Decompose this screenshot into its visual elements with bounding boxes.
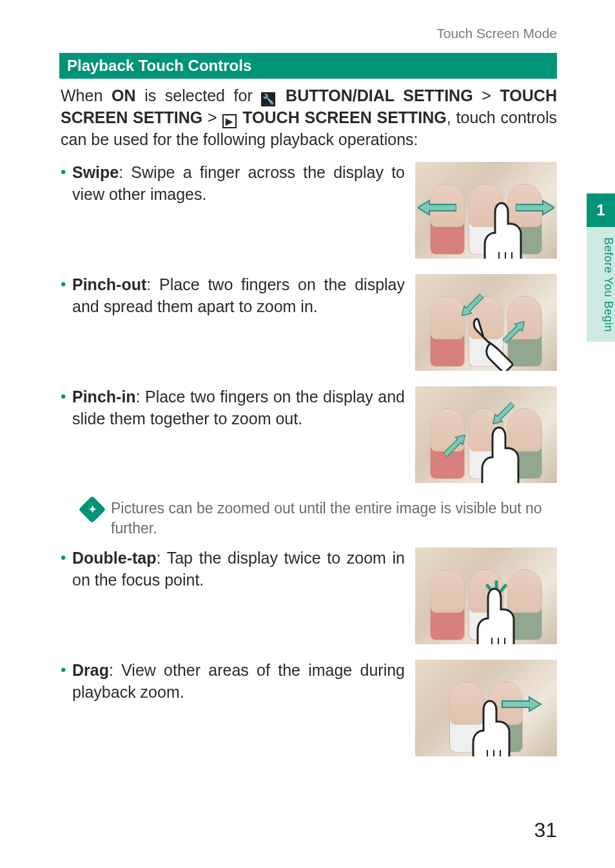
list-item: Pinch-out: Place two fingers on the disp… xyxy=(61,274,557,371)
wrench-icon: 🔧 xyxy=(261,92,275,106)
text: is selected for xyxy=(144,86,261,104)
swipe-illustration xyxy=(415,162,557,259)
chapter-tab: 1 Before You Begin xyxy=(587,193,615,342)
pinch-out-illustration xyxy=(415,274,557,371)
finger-icon xyxy=(469,584,520,644)
page-number: 31 xyxy=(534,818,557,842)
manual-page: Touch Screen Mode Playback Touch Control… xyxy=(0,0,615,868)
finger-icon xyxy=(476,198,527,259)
item-text: Swipe: Swipe a finger across the display… xyxy=(61,162,405,206)
term: Swipe xyxy=(72,163,119,181)
bullet-list: Swipe: Swipe a finger across the display… xyxy=(61,162,557,483)
double-tap-illustration xyxy=(415,547,557,644)
note-text: Pictures can be zoomed out until the ent… xyxy=(111,498,557,538)
term: Pinch-in xyxy=(72,388,136,406)
text: When xyxy=(61,86,112,104)
item-text: Double-tap: Tap the display twice to zoo… xyxy=(61,547,405,591)
section-heading: Playback Touch Controls xyxy=(59,53,557,79)
finger-icon xyxy=(464,696,516,756)
chapter-number: 1 xyxy=(587,193,615,227)
item-text: Pinch-out: Place two fingers on the disp… xyxy=(61,274,405,318)
menu-path: TOUCH SCREEN SETTING xyxy=(242,108,447,126)
desc: : View other areas of the image during p… xyxy=(72,661,405,701)
list-item: Pinch-in: Place two fingers on the displ… xyxy=(61,386,557,483)
intro-paragraph: When ON is selected for 🔧 BUTTON/DIAL SE… xyxy=(61,85,557,150)
desc: : Swipe a finger across the display to v… xyxy=(72,163,405,203)
menu-path: BUTTON/DIAL SETTING xyxy=(286,86,473,104)
pinch-in-illustration xyxy=(415,386,557,483)
item-text: Drag: View other areas of the image duri… xyxy=(61,660,405,704)
breadcrumb-separator: > xyxy=(208,108,222,126)
term: Drag xyxy=(72,661,109,679)
note-diamond-icon: ✦ xyxy=(79,496,106,523)
finger-icon xyxy=(473,422,525,483)
list-item: Swipe: Swipe a finger across the display… xyxy=(61,162,557,259)
breadcrumb-separator: > xyxy=(482,86,500,104)
term: Double-tap xyxy=(72,549,157,567)
finger-icon xyxy=(462,310,513,371)
on-value: ON xyxy=(112,86,136,104)
list-item: Double-tap: Tap the display twice to zoo… xyxy=(61,547,557,644)
drag-illustration xyxy=(415,660,557,756)
bullet-list: Double-tap: Tap the display twice to zoo… xyxy=(61,547,557,756)
note: ✦ Pictures can be zoomed out until the e… xyxy=(83,498,557,538)
term: Pinch-out xyxy=(72,275,146,293)
item-text: Pinch-in: Place two fingers on the displ… xyxy=(61,386,405,430)
svg-marker-0 xyxy=(418,201,456,215)
arrow-left-icon xyxy=(418,199,456,216)
list-item: Drag: View other areas of the image duri… xyxy=(61,660,557,756)
play-icon: ▶ xyxy=(222,114,237,128)
running-header: Touch Screen Mode xyxy=(0,26,615,41)
chapter-label: Before You Begin xyxy=(587,227,615,332)
